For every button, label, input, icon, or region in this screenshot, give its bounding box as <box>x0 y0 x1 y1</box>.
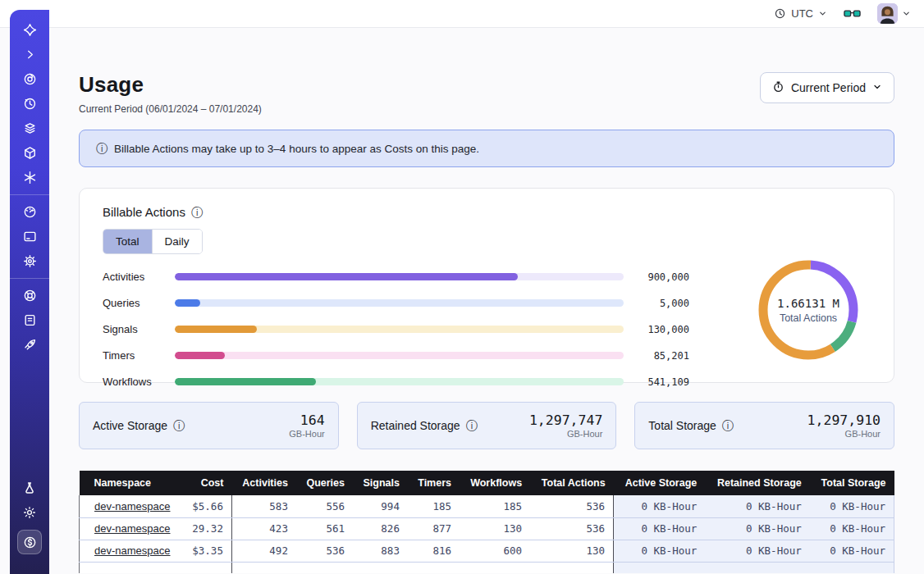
info-icon: ⓘ <box>96 143 107 154</box>
labs-glasses-icon[interactable] <box>844 7 861 20</box>
info-icon[interactable]: ⓘ <box>466 420 478 431</box>
col-header-namespace: Namespace <box>80 471 183 495</box>
nexus-asterisk-icon[interactable] <box>17 171 42 184</box>
billable-actions-title: Billable Actions <box>103 205 185 219</box>
current-period-subtitle: Current Period (06/01/2024 – 07/01/2024) <box>79 103 262 115</box>
workflows-cube-icon[interactable] <box>17 146 42 160</box>
table-cell: 130 <box>460 517 530 540</box>
info-banner: ⓘ Billable Actions may take up to 3–4 ho… <box>79 130 894 167</box>
table-cell: 561 <box>296 517 353 540</box>
col-header-active-storage: Active Storage <box>614 471 706 495</box>
total-daily-tabs: TotalDaily <box>103 229 203 254</box>
bar-label: Timers <box>103 349 175 362</box>
total-actions-donut-chart: 1.66131 M Total Actions <box>756 257 861 362</box>
table-row-partial <box>80 562 894 573</box>
col-header-total-storage: Total Storage <box>810 471 894 495</box>
getting-started-rocket-icon[interactable] <box>17 338 42 352</box>
usage-gauge-icon[interactable] <box>17 205 42 219</box>
table-cell: 877 <box>408 517 460 540</box>
col-header-cost: Cost <box>182 471 231 495</box>
billable-actions-card: Billable Actions ⓘ TotalDaily Activities… <box>79 188 894 383</box>
info-icon[interactable]: ⓘ <box>722 420 734 431</box>
chevron-down-icon <box>902 7 911 21</box>
table-cell: $5.66 <box>182 495 231 517</box>
timezone-selector[interactable]: UTC <box>774 7 827 20</box>
table-cell: 826 <box>353 517 408 540</box>
sidebar-divider <box>10 278 49 279</box>
period-selector-button[interactable]: Current Period <box>760 72 894 103</box>
table-cell: 0 KB-Hour <box>810 540 894 562</box>
table-cell: 0 KB-Hour <box>705 495 809 517</box>
bar-track <box>175 326 624 333</box>
active-storage-value: 164 <box>289 412 324 428</box>
schedules-icon[interactable] <box>17 97 42 111</box>
docs-book-icon[interactable] <box>17 313 42 327</box>
table-cell: 130 <box>530 540 614 562</box>
bar-value: 900,000 <box>624 271 689 283</box>
total-actions-value: 1.66131 M <box>777 297 839 310</box>
tab-daily[interactable]: Daily <box>153 230 202 253</box>
app-window: UTC <box>0 0 924 574</box>
total-storage-card: Total Storage ⓘ 1,297,910 GB-Hour <box>634 402 894 449</box>
bar-label: Activities <box>103 271 175 283</box>
namespace-usage-table: NamespaceCostActivitiesQueriesSignalsTim… <box>79 471 894 573</box>
chevron-down-icon <box>872 81 882 94</box>
sidebar-divider <box>10 194 49 195</box>
table-cell: 185 <box>460 495 530 517</box>
table-cell: 0 KB-Hour <box>614 495 706 517</box>
bar-fill <box>175 299 200 307</box>
sidebar-group <box>10 205 49 268</box>
stopwatch-icon <box>772 80 784 95</box>
col-header-queries: Queries <box>296 471 353 495</box>
deployments-icon[interactable] <box>17 121 42 135</box>
col-header-activities: Activities <box>231 471 295 495</box>
retained-storage-value: 1,297,747 <box>529 412 602 428</box>
info-icon[interactable]: ⓘ <box>191 207 203 218</box>
namespace-link[interactable]: dev-namespace <box>94 522 171 535</box>
support-lifering-icon[interactable] <box>17 289 42 303</box>
bar-track <box>175 299 624 307</box>
namespace-link[interactable]: dev-namespace <box>94 500 171 512</box>
tab-total[interactable]: Total <box>103 230 153 253</box>
user-menu[interactable] <box>877 3 911 24</box>
col-header-timers: Timers <box>408 471 460 495</box>
info-icon[interactable]: ⓘ <box>173 420 185 431</box>
settings-gear-icon[interactable] <box>17 254 42 268</box>
bar-fill <box>175 378 316 385</box>
table-cell: 0 KB-Hour <box>705 540 809 562</box>
col-header-retained-storage: Retained Storage <box>705 471 809 495</box>
active-storage-card: Active Storage ⓘ 164 GB-Hour <box>79 402 339 449</box>
namespaces-icon[interactable] <box>17 72 42 86</box>
table-row: dev-namespace$3.354925368838166001300 KB… <box>80 540 894 562</box>
table-cell: 583 <box>231 495 295 517</box>
table-cell: 423 <box>231 517 295 540</box>
billing-dollar-icon[interactable] <box>17 530 42 554</box>
table-cell: 536 <box>296 540 353 562</box>
timezone-label: UTC <box>791 7 813 20</box>
bar-track <box>175 378 624 385</box>
billable-actions-bar-chart: Activities900,000Queries5,000Signals130,… <box>103 271 689 388</box>
bar-label: Signals <box>103 323 175 335</box>
sidebar-group <box>10 23 49 184</box>
bar-fill <box>175 273 518 280</box>
expand-chevron-icon[interactable] <box>17 48 42 61</box>
table-cell: 29.32 <box>182 517 231 540</box>
col-header-total-actions: Total Actions <box>530 471 614 495</box>
web-ui-icon[interactable] <box>17 230 42 244</box>
temporal-logo-icon[interactable] <box>17 23 42 37</box>
sidebar-bottom-group <box>10 481 49 554</box>
table-cell: 0 KB-Hour <box>705 517 809 540</box>
table-row: dev-namespace$5.665835569941851855360 KB… <box>80 495 894 517</box>
table-cell: 556 <box>296 495 353 517</box>
bar-row-timers: Timers85,201 <box>103 349 689 362</box>
namespace-link[interactable]: dev-namespace <box>94 544 171 557</box>
lab-flask-icon[interactable] <box>17 481 42 494</box>
bar-value: 130,000 <box>624 324 689 335</box>
table-cell: 492 <box>231 540 295 562</box>
bar-row-queries: Queries5,000 <box>103 297 689 309</box>
table-cell: 600 <box>460 540 530 562</box>
col-header-workflows: Workflows <box>460 471 530 495</box>
clock-icon <box>774 7 786 20</box>
theme-sun-icon[interactable] <box>17 505 42 519</box>
table-cell: 0 KB-Hour <box>810 517 894 540</box>
